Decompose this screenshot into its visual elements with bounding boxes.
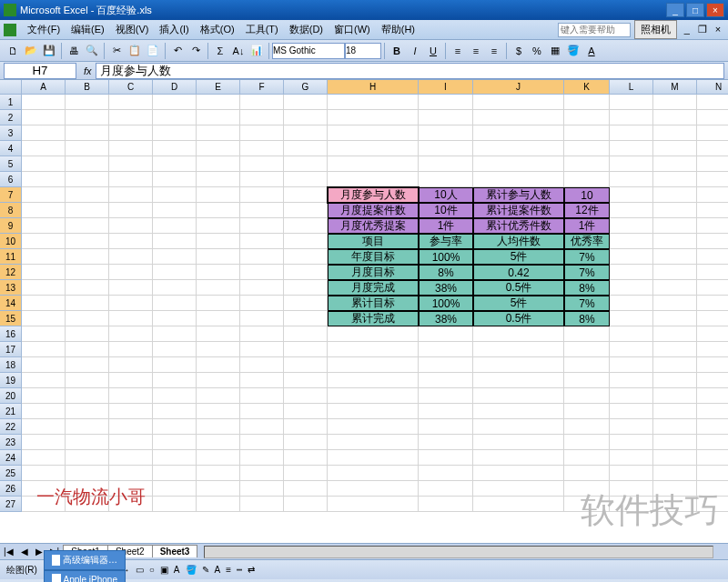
cell[interactable]	[328, 481, 419, 497]
column-header[interactable]: D	[153, 80, 197, 95]
cell[interactable]	[610, 342, 653, 357]
cell[interactable]	[328, 125, 419, 141]
row-header[interactable]: 23	[0, 435, 22, 450]
cell[interactable]	[197, 466, 240, 481]
sheet-tab[interactable]: Sheet3	[152, 545, 198, 557]
row-header[interactable]: 24	[0, 450, 22, 466]
cell[interactable]	[419, 419, 473, 435]
cell[interactable]	[473, 481, 564, 497]
row-header[interactable]: 10	[0, 234, 22, 249]
cell[interactable]	[109, 466, 153, 481]
cell[interactable]	[653, 326, 697, 342]
cell[interactable]	[697, 404, 728, 419]
cell[interactable]	[697, 95, 728, 110]
cell[interactable]	[653, 404, 697, 419]
rectangle-icon[interactable]: ▭	[136, 565, 144, 575]
cell[interactable]	[653, 172, 697, 187]
cell[interactable]	[564, 141, 610, 156]
cell[interactable]	[66, 296, 109, 311]
cell[interactable]	[610, 249, 653, 265]
cell[interactable]	[653, 187, 697, 203]
data-cell[interactable]: 7%	[564, 249, 610, 265]
cell[interactable]	[328, 450, 419, 466]
cell[interactable]	[153, 296, 197, 311]
cell[interactable]	[697, 265, 728, 280]
textbox-icon[interactable]: ▣	[160, 565, 168, 575]
cell[interactable]	[109, 311, 153, 326]
cell[interactable]	[22, 110, 66, 125]
data-cell[interactable]: 8%	[564, 280, 610, 296]
cell[interactable]	[22, 280, 66, 296]
row-header[interactable]: 18	[0, 357, 22, 373]
doc-close-button[interactable]: ×	[712, 23, 724, 35]
cell[interactable]	[197, 203, 240, 218]
cell[interactable]	[109, 141, 153, 156]
cell[interactable]	[610, 357, 653, 373]
cell[interactable]	[284, 296, 328, 311]
column-header[interactable]: E	[197, 80, 240, 95]
row-header[interactable]: 3	[0, 125, 22, 141]
data-cell[interactable]: 10	[564, 187, 610, 203]
cell[interactable]	[473, 95, 564, 110]
cell[interactable]	[697, 172, 728, 187]
column-header[interactable]: M	[653, 80, 697, 95]
cell[interactable]	[22, 95, 66, 110]
menu-item[interactable]: 视图(V)	[110, 22, 155, 36]
cell[interactable]	[610, 172, 653, 187]
cell[interactable]	[66, 404, 109, 419]
cell[interactable]	[610, 435, 653, 450]
data-cell[interactable]: 优秀率	[564, 234, 610, 249]
data-cell[interactable]: 累计目标	[328, 296, 419, 311]
cell[interactable]	[473, 404, 564, 419]
cell[interactable]	[66, 326, 109, 342]
bold-icon[interactable]: B	[389, 43, 405, 59]
cell[interactable]	[697, 450, 728, 466]
data-cell[interactable]: 38%	[419, 311, 473, 326]
cell[interactable]	[564, 388, 610, 404]
data-cell[interactable]: 参与率	[419, 234, 473, 249]
cell[interactable]	[22, 466, 66, 481]
cell[interactable]	[328, 388, 419, 404]
cell[interactable]	[653, 357, 697, 373]
cell[interactable]	[197, 373, 240, 388]
cell[interactable]	[240, 419, 284, 435]
cell[interactable]	[564, 326, 610, 342]
cell[interactable]	[653, 265, 697, 280]
cell[interactable]	[473, 110, 564, 125]
cell[interactable]	[284, 450, 328, 466]
cell[interactable]	[66, 218, 109, 234]
cell[interactable]	[153, 326, 197, 342]
cell[interactable]	[22, 342, 66, 357]
borders-icon[interactable]: ▦	[547, 43, 563, 59]
new-icon[interactable]: 🗋	[5, 43, 21, 59]
cell[interactable]	[240, 326, 284, 342]
cell[interactable]	[22, 296, 66, 311]
cell[interactable]	[66, 342, 109, 357]
cell[interactable]	[284, 218, 328, 234]
row-header[interactable]: 17	[0, 342, 22, 357]
close-button[interactable]: ×	[706, 3, 724, 17]
cell[interactable]	[653, 435, 697, 450]
cell[interactable]	[284, 265, 328, 280]
cell[interactable]	[240, 203, 284, 218]
cell[interactable]	[653, 373, 697, 388]
cell[interactable]	[284, 203, 328, 218]
align-left-icon[interactable]: ≡	[450, 43, 466, 59]
cell[interactable]	[109, 296, 153, 311]
cell[interactable]	[109, 203, 153, 218]
cell[interactable]	[66, 234, 109, 249]
data-cell[interactable]: 累计参与人数	[473, 187, 564, 203]
row-header[interactable]: 16	[0, 326, 22, 342]
cell[interactable]	[419, 110, 473, 125]
row-header[interactable]: 7	[0, 187, 22, 203]
cell[interactable]	[240, 466, 284, 481]
row-header[interactable]: 5	[0, 156, 22, 172]
cell[interactable]	[153, 187, 197, 203]
cell[interactable]	[473, 156, 564, 172]
cell[interactable]	[610, 373, 653, 388]
cell[interactable]	[697, 218, 728, 234]
cell[interactable]	[240, 234, 284, 249]
cell[interactable]	[197, 481, 240, 497]
cell[interactable]	[473, 435, 564, 450]
cell[interactable]	[66, 172, 109, 187]
